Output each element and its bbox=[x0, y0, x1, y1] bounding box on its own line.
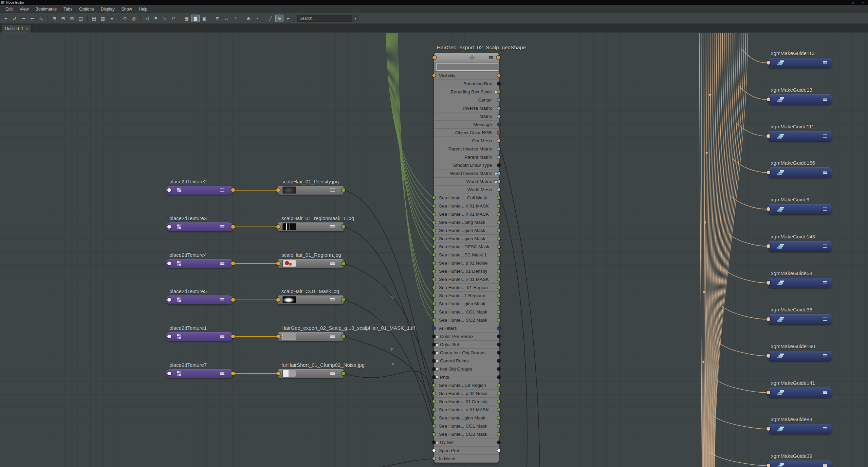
attribute-row[interactable]: Out Mesh bbox=[434, 137, 499, 145]
menu-icon[interactable] bbox=[823, 391, 827, 394]
attribute-row[interactable]: Xgen Pref bbox=[434, 447, 499, 455]
input-port[interactable] bbox=[432, 262, 436, 265]
attribute-row[interactable]: In Mesh bbox=[434, 455, 499, 463]
menu-icon[interactable] bbox=[823, 354, 827, 357]
menu-icon[interactable] bbox=[823, 98, 827, 101]
swatch-size-icon[interactable]: ▪ bbox=[253, 15, 261, 22]
attribute-row[interactable]: Sea Hunte...gion Mask bbox=[434, 227, 499, 235]
all-connections-icon[interactable]: ⇆ bbox=[37, 15, 45, 22]
wire-file-to-shape[interactable] bbox=[344, 190, 433, 402]
output-port[interactable] bbox=[497, 408, 500, 411]
input-connections-icon[interactable]: ⇥ bbox=[19, 15, 27, 22]
attribute-row[interactable]: World Mesh bbox=[434, 186, 499, 194]
node-file-texture[interactable]: furHairShort_01_Clump02_Noise.jpg bbox=[278, 369, 344, 378]
output-port[interactable] bbox=[497, 74, 500, 77]
node-file-texture[interactable]: scalpHair_01_regionMask_1.jpg bbox=[278, 222, 344, 231]
menu-icon[interactable] bbox=[823, 427, 827, 430]
menu-icon[interactable] bbox=[823, 208, 827, 211]
output-connections-icon[interactable]: ⇤ bbox=[28, 15, 36, 22]
attribute-row[interactable]: Sea Hunte...gion Mask bbox=[434, 414, 499, 422]
menu-icon[interactable] bbox=[823, 464, 827, 467]
output-port[interactable] bbox=[497, 139, 500, 142]
output-port[interactable] bbox=[497, 253, 500, 256]
wire-guide-input[interactable] bbox=[721, 306, 767, 319]
add-node-icon[interactable]: + bbox=[2, 15, 10, 22]
layout-rows-icon[interactable]: ▤ bbox=[90, 15, 98, 22]
attribute-row[interactable]: Inverse Matrix bbox=[434, 104, 499, 112]
node-xgm-make-guide[interactable]: xgmMakeGuide36 bbox=[768, 314, 832, 324]
output-port[interactable] bbox=[341, 335, 345, 338]
input-port[interactable] bbox=[432, 253, 436, 256]
menu-icon[interactable] bbox=[220, 225, 224, 228]
output-port[interactable] bbox=[231, 372, 235, 375]
node-place2dtexture[interactable]: place2dTexture2 bbox=[166, 186, 233, 195]
attribute-row[interactable]: Sea Hunter...01 Density bbox=[434, 398, 499, 406]
input-port[interactable] bbox=[276, 372, 280, 375]
input-port[interactable] bbox=[767, 464, 770, 467]
input-port[interactable] bbox=[432, 204, 436, 208]
node-xgm-make-guide[interactable]: xgmMakeGuide141 bbox=[768, 388, 832, 398]
input-port[interactable] bbox=[167, 372, 171, 375]
input-port[interactable] bbox=[432, 367, 436, 371]
attribute-row[interactable]: Sea Hunte ...ir 01 MASK bbox=[434, 210, 499, 218]
output-port[interactable] bbox=[497, 180, 500, 183]
output-port[interactable] bbox=[231, 298, 235, 302]
menu-icon[interactable] bbox=[823, 171, 827, 174]
attribute-row[interactable]: Parent Matrix bbox=[434, 153, 499, 161]
node-header[interactable] bbox=[434, 53, 499, 62]
input-port[interactable] bbox=[167, 298, 171, 302]
menu-item-options[interactable]: Options bbox=[76, 5, 97, 13]
wire-guide-input[interactable] bbox=[727, 233, 767, 246]
output-port[interactable] bbox=[497, 123, 500, 126]
output-port[interactable] bbox=[497, 164, 500, 167]
input-port[interactable] bbox=[432, 335, 436, 338]
input-port[interactable] bbox=[276, 335, 280, 338]
menu-item-show[interactable]: Show bbox=[118, 5, 135, 13]
input-port[interactable] bbox=[432, 319, 436, 322]
output-port[interactable] bbox=[497, 294, 500, 297]
magnet-snap-icon[interactable]: ▣ bbox=[200, 15, 208, 22]
input-port[interactable] bbox=[432, 74, 436, 77]
wire-guide-input[interactable] bbox=[739, 86, 767, 100]
input-port[interactable] bbox=[432, 408, 436, 411]
grid-toggle-icon[interactable]: ▩ bbox=[191, 15, 200, 22]
input-port[interactable] bbox=[432, 213, 436, 216]
node-xgm-make-guide[interactable]: xgmMakeGuide13 bbox=[768, 94, 832, 105]
output-port[interactable] bbox=[497, 335, 500, 338]
attribute-row[interactable]: Pnts bbox=[434, 373, 499, 381]
input-port[interactable] bbox=[432, 229, 436, 232]
expand-icon[interactable] bbox=[436, 441, 438, 444]
input-port[interactable] bbox=[767, 97, 770, 101]
new-bookmark-icon[interactable]: ⚐ bbox=[169, 15, 178, 22]
straight-connection-style-icon[interactable]: ╱ bbox=[266, 15, 275, 22]
menu-icon[interactable] bbox=[823, 61, 827, 64]
wire-shape-output[interactable] bbox=[498, 141, 540, 467]
input-port[interactable] bbox=[432, 392, 436, 395]
output-port[interactable] bbox=[497, 359, 500, 362]
input-port[interactable] bbox=[432, 56, 436, 59]
menu-icon[interactable] bbox=[823, 318, 827, 321]
output-port[interactable] bbox=[497, 90, 500, 93]
expand-icon[interactable] bbox=[494, 172, 497, 175]
output-port[interactable] bbox=[497, 433, 500, 436]
menu-icon[interactable] bbox=[489, 56, 493, 59]
menu-icon[interactable] bbox=[220, 372, 224, 375]
output-port[interactable] bbox=[497, 131, 500, 134]
grid-snap-icon[interactable]: ▦ bbox=[183, 15, 191, 22]
wire-file-to-shape[interactable] bbox=[344, 227, 433, 418]
menu-item-bookmarks[interactable]: Bookmarks bbox=[32, 5, 60, 13]
input-port[interactable] bbox=[432, 416, 436, 419]
output-port[interactable] bbox=[497, 221, 500, 224]
input-port[interactable] bbox=[432, 196, 436, 199]
menu-icon[interactable] bbox=[220, 298, 224, 301]
output-port[interactable] bbox=[497, 213, 500, 216]
attribute-row[interactable]: Bounding Box bbox=[434, 80, 499, 88]
node-xgm-make-guide[interactable]: xgmMakeGuide58 bbox=[768, 278, 832, 288]
expand-icon[interactable] bbox=[436, 343, 438, 346]
attribute-row[interactable]: Color Per Vertex bbox=[434, 333, 499, 341]
node-xgm-make-guide[interactable]: xgmMakeGuide190 bbox=[768, 351, 832, 361]
expand-icon[interactable] bbox=[494, 91, 497, 93]
tab-untitled-1[interactable]: Untitled_1 × bbox=[2, 25, 32, 33]
attribute-row[interactable]: Sea Hunte...C8 Region bbox=[434, 381, 499, 390]
input-port[interactable] bbox=[167, 188, 171, 192]
